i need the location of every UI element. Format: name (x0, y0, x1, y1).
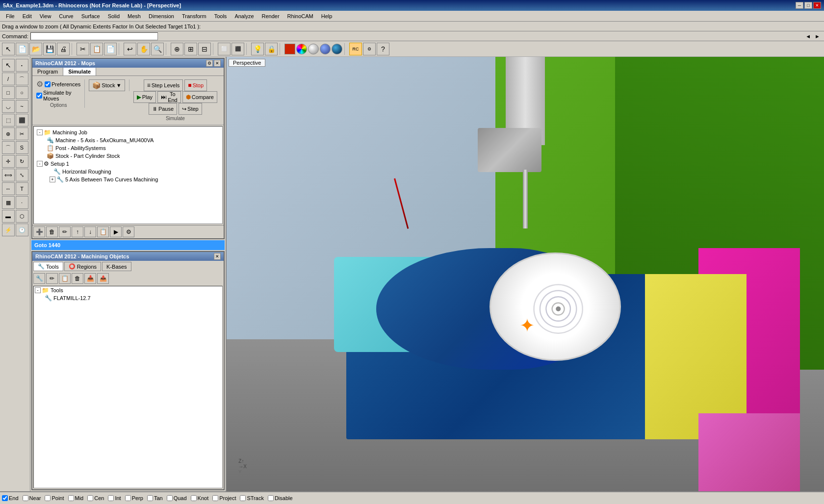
snap-tan-checkbox[interactable]: Tan (147, 495, 163, 501)
sim-by-moves-checkbox[interactable]: Preferences (45, 81, 80, 87)
tb-zoom-extent[interactable]: ⊞ (184, 43, 197, 55)
lt-analysis-btn[interactable]: ⚡ (2, 224, 15, 236)
tb-print[interactable]: 🖨 (57, 43, 70, 55)
lt-rotate-btn[interactable]: ↻ (16, 155, 28, 168)
step-levels-btn[interactable]: ≡ Step Levels (144, 79, 183, 91)
snap-end-input[interactable] (2, 495, 8, 501)
mo-new-btn[interactable]: 🔧 (33, 273, 45, 284)
lt-fillet-btn[interactable]: ⌒ (2, 141, 15, 154)
snap-strack-checkbox[interactable]: STrack (240, 495, 263, 501)
mo-tab-tools[interactable]: 🔧 Tools (33, 262, 63, 271)
menu-mesh[interactable]: Mesh (124, 12, 145, 20)
lt-solid-btn[interactable]: ▬ (2, 210, 15, 223)
snap-project-input[interactable] (212, 495, 218, 501)
expand-machining-job[interactable]: - (37, 129, 43, 135)
expand-tools-root[interactable]: - (35, 287, 41, 293)
snap-perp-input[interactable] (125, 495, 131, 501)
sim-checkbox2[interactable]: Simulate by Moves (36, 90, 80, 101)
tree-cam-btn[interactable]: ⚙ (123, 227, 134, 237)
menu-help[interactable]: Help (317, 12, 336, 20)
mo-edit-btn[interactable]: ✏ (46, 273, 58, 284)
lt-point-btn[interactable]: · (16, 196, 28, 209)
tree-node-post[interactable]: 📋 Post - AbilitySystems (36, 144, 220, 152)
viewport[interactable]: Perspective ✦ (227, 57, 824, 491)
snap-mid-input[interactable] (68, 495, 74, 501)
snap-knot-checkbox[interactable]: Knot (191, 495, 209, 501)
tab-simulate[interactable]: Simulate (63, 68, 96, 76)
menu-solid[interactable]: Solid (104, 12, 124, 20)
tree-node-horiz-rough[interactable]: 🔧 Horizontal Roughing (36, 168, 220, 176)
snap-project-checkbox[interactable]: Project (212, 495, 236, 501)
snap-mid-checkbox[interactable]: Mid (68, 495, 84, 501)
menu-dimension[interactable]: Dimension (145, 12, 178, 20)
compare-btn[interactable]: ⬢ Compare (182, 91, 217, 103)
command-input[interactable] (30, 32, 158, 40)
tree-node-tools-root[interactable]: - 📁 Tools (34, 286, 222, 294)
snap-disable-input[interactable] (268, 495, 274, 501)
maximize-button[interactable]: □ (804, 2, 812, 9)
play-btn[interactable]: ▶ Play (133, 91, 156, 103)
mo-import-btn[interactable]: 📥 (84, 273, 96, 284)
lt-mirror-btn[interactable]: ⟺ (2, 169, 15, 181)
tb-select[interactable]: ↖ (2, 43, 15, 55)
tb-ocean-sphere[interactable] (332, 44, 342, 54)
pause-btn[interactable]: ⏸ Pause (149, 103, 177, 115)
panel-close-btn[interactable]: ✕ (214, 60, 221, 67)
lt-move-btn[interactable]: ✛ (2, 155, 15, 168)
minimize-button[interactable]: ─ (796, 2, 803, 9)
snap-near-input[interactable] (23, 495, 28, 501)
tb-pan[interactable]: ✋ (137, 43, 150, 55)
tb-light[interactable]: 💡 (251, 43, 264, 55)
lt-scale-btn[interactable]: ⤡ (16, 169, 28, 181)
snap-end-checkbox[interactable]: End (2, 495, 19, 501)
menu-file[interactable]: File (2, 12, 19, 20)
tree-node-machine[interactable]: 🔩 Machine - 5 Axis - 5AxOkuma_MU400VA (36, 136, 220, 144)
expand-5ax[interactable]: + (50, 176, 55, 182)
tb-zoom-in[interactable]: 🔍 (151, 43, 164, 55)
tb-save[interactable]: 💾 (43, 43, 56, 55)
lt-rect-btn[interactable]: □ (2, 86, 15, 99)
lt-select-btn[interactable]: ↖ (2, 59, 15, 72)
tb-zoom-sel[interactable]: ⊟ (198, 43, 211, 55)
menu-transform[interactable]: Transform (178, 12, 210, 20)
tree-down-btn[interactable]: ↓ (84, 227, 96, 237)
lt-dim-btn[interactable]: ↔ (2, 182, 15, 195)
nav-arrow-left[interactable]: ◄ (803, 33, 813, 39)
snap-perp-checkbox[interactable]: Perp (125, 495, 143, 501)
nav-arrow-right[interactable]: ► (813, 33, 822, 39)
snap-point-checkbox[interactable]: Point (45, 495, 64, 501)
tb-rhinocam2[interactable]: ⚙ (363, 43, 376, 55)
tb-paste[interactable]: 📄 (104, 43, 117, 55)
menu-surface[interactable]: Surface (77, 12, 104, 20)
tb-render-sphere[interactable] (320, 44, 331, 54)
expand-setup1[interactable]: - (37, 161, 43, 167)
snap-point-input[interactable] (45, 495, 51, 501)
stock-btn[interactable]: 📦 Stock ▼ (89, 79, 125, 91)
snap-int-input[interactable] (108, 495, 114, 501)
menu-tools[interactable]: Tools (210, 12, 231, 20)
snap-tan-input[interactable] (147, 495, 153, 501)
lt-text-btn[interactable]: T (16, 182, 28, 195)
snap-quad-checkbox[interactable]: Quad (167, 495, 187, 501)
mo-copy-btn[interactable]: 📋 (59, 273, 71, 284)
tree-node-stock[interactable]: 📦 Stock - Part Cylinder Stock (36, 152, 220, 160)
panel-config-btn[interactable]: ⚙ (206, 60, 213, 67)
tb-color1[interactable] (284, 44, 295, 54)
snap-quad-input[interactable] (167, 495, 173, 501)
lt-mesh-btn[interactable]: ⬡ (16, 210, 28, 223)
mo-del-btn[interactable]: 🗑 (72, 273, 83, 284)
menu-rhinocam[interactable]: RhinoCAM (283, 12, 317, 20)
tb-cut[interactable]: ✂ (77, 43, 89, 55)
tb-undo[interactable]: ↩ (124, 43, 136, 55)
snap-strack-input[interactable] (240, 495, 246, 501)
tree-add-btn[interactable]: ➕ (33, 227, 45, 237)
snap-knot-input[interactable] (191, 495, 197, 501)
tb-color-wheel[interactable] (296, 44, 307, 54)
lt-surface-btn[interactable]: ⬚ (2, 114, 15, 126)
tree-up-btn[interactable]: ↑ (72, 227, 83, 237)
tb-lock[interactable]: 🔒 (265, 43, 278, 55)
lt-extrude-btn[interactable]: ⬛ (16, 114, 28, 126)
mach-obj-close-btn[interactable]: ✕ (214, 253, 221, 260)
close-button[interactable]: ✕ (813, 2, 821, 9)
sim-by-moves-input2[interactable] (36, 93, 42, 99)
